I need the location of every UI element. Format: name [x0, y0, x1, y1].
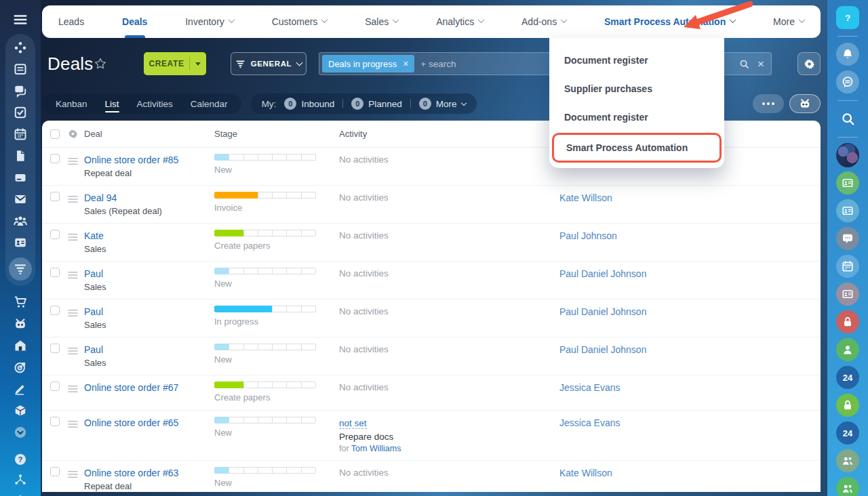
sales-cart-icon[interactable]: [14, 295, 27, 309]
filter-chip[interactable]: Deals in progress ×: [322, 55, 414, 73]
row-checkbox[interactable]: [50, 344, 60, 353]
tab-kanban[interactable]: Kanban: [56, 97, 87, 111]
messenger-icon[interactable]: [14, 84, 27, 98]
stage-progress-bar[interactable]: [214, 306, 316, 312]
row-menu-icon[interactable]: [68, 469, 78, 477]
column-header-activity[interactable]: Activity: [339, 129, 559, 139]
search-button[interactable]: [836, 107, 859, 130]
clear-search-icon[interactable]: ×: [757, 58, 764, 70]
nav-item-customers[interactable]: Customers: [272, 5, 328, 38]
bitrix24-badge-2[interactable]: 24: [836, 421, 859, 445]
nav-item-inventory[interactable]: Inventory: [185, 5, 234, 38]
market-icon[interactable]: [14, 339, 27, 352]
deal-link[interactable]: Paul: [84, 268, 103, 279]
documents-icon[interactable]: [14, 149, 27, 163]
automation-robot-icon[interactable]: [14, 317, 27, 331]
deal-link[interactable]: Online store order #85: [84, 154, 178, 165]
client-link[interactable]: Paul Daniel Johnson: [559, 344, 646, 355]
sign-icon[interactable]: [14, 382, 27, 396]
person-link[interactable]: Tom Williams: [351, 444, 401, 453]
inventory-box-icon[interactable]: [14, 404, 27, 417]
row-checkbox[interactable]: [50, 230, 60, 239]
nav-item-leads[interactable]: Leads: [58, 5, 84, 38]
menu-icon[interactable]: [13, 12, 28, 27]
chip-remove-icon[interactable]: ×: [403, 58, 408, 69]
create-button[interactable]: CREATE: [144, 52, 206, 75]
notifications-button[interactable]: [836, 43, 859, 66]
group-chat-button[interactable]: [836, 227, 859, 250]
nav-item-analytics[interactable]: Analytics: [436, 5, 484, 38]
chat-button[interactable]: [836, 70, 859, 94]
deal-link[interactable]: Paul: [84, 344, 103, 355]
stage-progress-bar[interactable]: [214, 230, 316, 236]
group-button-sage[interactable]: [836, 449, 859, 472]
crm-funnel-icon[interactable]: [9, 257, 32, 281]
select-all-checkbox[interactable]: [50, 129, 60, 139]
contact-button-green[interactable]: [836, 171, 859, 194]
vibe-icon[interactable]: [14, 41, 27, 54]
contact-button-teal[interactable]: [836, 199, 859, 222]
row-menu-icon[interactable]: [68, 419, 78, 427]
locked-chat-red[interactable]: [836, 310, 859, 333]
counter-more[interactable]: 0More: [419, 98, 466, 110]
dropdown-item-document-register[interactable]: Document register: [549, 46, 724, 75]
client-link[interactable]: Kate Willson: [559, 192, 612, 203]
row-menu-icon[interactable]: [68, 346, 78, 354]
tab-activities[interactable]: Activities: [137, 97, 173, 111]
locked-chat-green[interactable]: [836, 394, 859, 417]
row-checkbox[interactable]: [50, 192, 60, 201]
nav-item-smart-process-automation[interactable]: Smart Process Automation: [604, 5, 735, 38]
client-link[interactable]: Paul Johnson: [559, 230, 617, 241]
dropdown-item-document-register[interactable]: Document register: [549, 103, 724, 131]
nav-item-add-ons[interactable]: Add-ons: [521, 5, 566, 38]
user-avatar[interactable]: [836, 144, 859, 167]
nav-item-sales[interactable]: Sales: [365, 5, 398, 38]
client-link[interactable]: Jessica Evans: [559, 417, 620, 428]
create-dropdown-caret[interactable]: [190, 62, 206, 66]
stage-progress-bar[interactable]: [214, 344, 316, 350]
contact-button-gray[interactable]: [836, 283, 859, 306]
row-menu-icon[interactable]: [68, 232, 78, 240]
counter-inbound[interactable]: 0Inbound: [284, 98, 334, 110]
help-icon[interactable]: ?: [14, 453, 27, 466]
tasks-icon[interactable]: [14, 106, 27, 119]
more-chevron-icon[interactable]: [14, 426, 27, 439]
tab-list[interactable]: List: [105, 97, 119, 111]
stage-progress-bar[interactable]: [214, 417, 316, 423]
column-header-stage[interactable]: Stage: [214, 129, 339, 139]
deal-link[interactable]: Kate: [84, 230, 104, 241]
favorite-star-icon[interactable]: [94, 57, 107, 70]
newsfeed-icon[interactable]: [14, 62, 27, 76]
nav-item-more[interactable]: More: [773, 5, 804, 38]
contact-center-icon[interactable]: [14, 236, 27, 249]
row-checkbox[interactable]: [50, 467, 60, 476]
row-menu-icon[interactable]: [68, 384, 78, 392]
row-checkbox[interactable]: [50, 417, 60, 426]
columns-settings-icon[interactable]: [68, 129, 78, 139]
row-checkbox[interactable]: [50, 306, 60, 315]
row-menu-icon[interactable]: [68, 308, 78, 316]
extensions-icon[interactable]: [14, 493, 27, 496]
stage-progress-bar[interactable]: [214, 381, 316, 388]
group-button-green[interactable]: [836, 477, 859, 496]
employees-icon[interactable]: [14, 214, 27, 228]
calendar-button[interactable]: [836, 255, 859, 278]
row-menu-icon[interactable]: [68, 270, 78, 278]
client-link[interactable]: Paul Daniel Johnson: [559, 306, 646, 317]
row-checkbox[interactable]: [50, 154, 60, 163]
mail-icon[interactable]: [14, 192, 27, 206]
stage-progress-bar[interactable]: [214, 467, 316, 474]
deal-link[interactable]: Online store order #65: [84, 417, 178, 428]
stage-progress-bar[interactable]: [214, 268, 316, 274]
filter-preset-button[interactable]: GENERAL: [231, 52, 307, 75]
marketing-target-icon[interactable]: [14, 360, 27, 374]
deal-link[interactable]: Deal 94: [84, 192, 117, 203]
calendar-icon[interactable]: [14, 127, 27, 141]
bitrix24-badge[interactable]: 24: [836, 366, 859, 389]
deal-link[interactable]: Paul: [84, 306, 103, 317]
more-options-button[interactable]: [753, 94, 784, 113]
settings-gear-button[interactable]: [797, 52, 821, 75]
counter-planned[interactable]: 0Planned: [351, 98, 402, 110]
user-button-green[interactable]: [836, 338, 859, 361]
stage-progress-bar[interactable]: [214, 192, 316, 199]
